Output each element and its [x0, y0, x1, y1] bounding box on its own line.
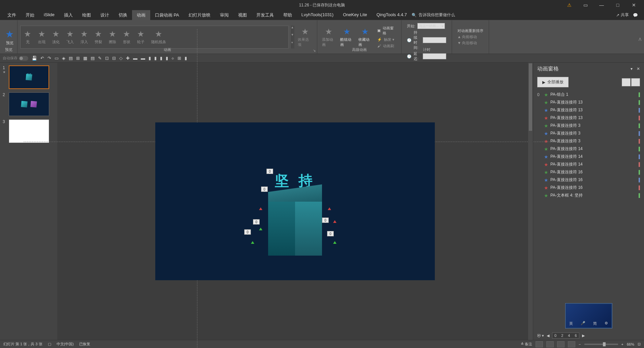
thumbnail-1[interactable]: 坚持 — [9, 65, 49, 89]
slide-count[interactable]: 幻灯片 第 1 张，共 3 张 — [3, 342, 42, 347]
undo-icon[interactable]: ↶ — [40, 56, 44, 61]
menu-tab[interactable]: 帮助 — [279, 10, 297, 20]
menu-tab[interactable]: 插入 — [59, 10, 77, 20]
menu-tab[interactable]: 切换 — [114, 10, 132, 20]
trigger-button[interactable]: ⚡触发 ▾ — [377, 37, 396, 42]
animation-list-item[interactable]: ★PA-直接连接符 14 — [536, 153, 641, 161]
zoom-slider[interactable] — [584, 344, 618, 345]
dialog-launcher-icon[interactable]: ↘ — [313, 49, 316, 52]
animation-list-item[interactable]: ★PA-直接连接符 13 — [536, 106, 641, 114]
fit-window-icon[interactable]: ⊡ — [638, 342, 641, 346]
animation-list-item[interactable]: ★PA-直接连接符 16 — [536, 184, 641, 192]
accessibility-icon[interactable]: ▢ — [48, 342, 51, 346]
animation-list-item[interactable]: ★PA-直接连接符 14 — [536, 145, 641, 153]
notes-button[interactable]: ≙ 备注 — [521, 342, 532, 347]
warning-icon[interactable]: ⚠ — [562, 0, 576, 10]
animation-marker[interactable]: 0 — [253, 219, 260, 225]
animation-marker[interactable]: 0 — [322, 218, 329, 223]
normal-view-button[interactable] — [536, 341, 543, 347]
thumbnail-3[interactable] — [9, 119, 49, 143]
animation-preset[interactable]: ★浮入 — [78, 29, 90, 45]
menu-tab[interactable]: 设计 — [96, 10, 114, 20]
animation-preset[interactable]: ★无 — [22, 29, 33, 45]
animation-list-item[interactable]: ★PA-直接连接符 13 — [536, 114, 641, 122]
qat-icon[interactable]: ▤ — [91, 56, 95, 61]
slideshow-view-button[interactable] — [568, 341, 575, 347]
qat-icon[interactable]: ⊡ — [105, 56, 109, 61]
animation-preset[interactable]: ★轮子 — [135, 29, 147, 45]
qat-icon[interactable]: ▮ — [160, 56, 162, 61]
menu-tab[interactable]: 绘图 — [77, 10, 96, 20]
timeline-prev-icon[interactable]: ◀ — [547, 334, 549, 338]
kuxuan-button[interactable]: ★ 酷炫动画 — [338, 26, 356, 48]
animation-gallery[interactable]: ★无★出现★淡化★飞入★浮入★劈裂★擦除★形状★轮子★随机线条 — [20, 26, 289, 49]
start-dropdown[interactable]: 与上一动画...▾ — [417, 23, 445, 29]
qat-icon[interactable]: ✚ — [126, 56, 130, 61]
animation-list-item[interactable]: ★PA-直接连接符 3 — [536, 122, 641, 129]
animation-preset[interactable]: ★淡化 — [50, 29, 62, 45]
maximize-button[interactable]: □ — [611, 0, 624, 10]
zoom-out-button[interactable]: − — [579, 342, 581, 346]
menu-tab[interactable]: 开始 — [21, 10, 39, 20]
animation-pane-button[interactable]: ▣动画窗格 — [377, 26, 396, 36]
animation-list-item[interactable]: ★PA-直接连接符 13 — [536, 98, 641, 106]
menu-tab[interactable]: 口袋动画 PA — [150, 10, 184, 20]
qat-icon[interactable]: ▦ — [83, 56, 87, 61]
menu-tab[interactable]: iSlide — [39, 10, 59, 20]
animation-list-item[interactable]: 0★PA-组合 1 — [536, 91, 641, 98]
animation-list-item[interactable]: ★PA-直接连接符 16 — [536, 168, 641, 176]
qat-icon[interactable]: ⟐ — [171, 56, 174, 61]
cube-shape[interactable] — [268, 188, 322, 256]
qat-icon[interactable]: ▭ — [55, 56, 59, 61]
thumbnail-2[interactable] — [9, 92, 49, 116]
animation-marker[interactable]: 0 — [261, 186, 268, 192]
qat-icon[interactable]: ◇ — [119, 56, 123, 61]
animation-preset[interactable]: ★擦除 — [107, 29, 118, 45]
add-animation-button[interactable]: ★ 添加动画 — [320, 26, 337, 48]
timeline-ruler[interactable]: 0 2 4 6 — [552, 332, 579, 339]
menu-tab[interactable]: 文件 — [3, 10, 21, 20]
animation-marker[interactable]: 0 — [244, 229, 251, 235]
qat-icon[interactable]: ▬ — [141, 56, 145, 61]
menu-tab[interactable]: LvyhTools(1031) — [297, 10, 338, 20]
collect-button[interactable]: ★ 收藏动画 — [356, 26, 374, 48]
qat-icon[interactable]: ⊞ — [178, 56, 181, 61]
ribbon-display-icon[interactable]: ▭ — [579, 0, 592, 10]
slide-canvas[interactable]: 坚 持 0 0 0 0 0 0 — [57, 63, 533, 340]
menu-tab[interactable]: 审阅 — [215, 10, 233, 20]
play-all-button[interactable]: ▶ 全部播放 — [537, 77, 569, 87]
close-button[interactable]: ✕ — [627, 0, 641, 10]
animation-list-item[interactable]: ★PA-直接连接符 14 — [536, 161, 641, 168]
qat-icon[interactable]: ▬ — [133, 56, 137, 61]
animation-list-item[interactable]: ★PA-直接连接符 16 — [536, 176, 641, 184]
zoom-level[interactable]: 66% — [627, 342, 634, 346]
timeline-next-icon[interactable]: ▶ — [582, 334, 585, 338]
slide[interactable]: 坚 持 0 0 0 0 0 0 — [155, 122, 435, 280]
collapse-ribbon-icon[interactable]: ᐱ — [639, 37, 641, 42]
animation-list-item[interactable]: ★PA-直接连接符 3 — [536, 137, 641, 145]
animation-preset[interactable]: ★形状 — [121, 29, 132, 45]
menu-tab[interactable]: 开发工具 — [252, 10, 279, 20]
ime-preview[interactable]: 英 🎤 简 ⚙ — [565, 303, 612, 328]
reading-view-button[interactable] — [557, 341, 565, 347]
animation-preset[interactable]: ★出现 — [36, 29, 47, 45]
preview-button[interactable]: ★ 预览 — [3, 27, 17, 47]
animation-list-item[interactable]: ★PA-文本框 4: 坚持 — [536, 192, 641, 199]
save-icon[interactable]: 💾 — [32, 56, 37, 61]
animation-list-item[interactable]: ★PA-直接连接符 3 — [536, 129, 641, 137]
share-button[interactable]: ↗ 共享 — [616, 12, 629, 18]
duration-input[interactable] — [423, 37, 446, 43]
qat-icon[interactable]: ⊟ — [112, 56, 116, 61]
menu-tab[interactable]: QingTools 4.4.7 — [372, 10, 412, 20]
vertical-scrollbar[interactable] — [528, 63, 533, 340]
move-down-button[interactable] — [631, 78, 640, 86]
animation-preset[interactable]: ★劈裂 — [93, 29, 104, 45]
pane-menu-icon[interactable]: ▾ — [631, 66, 633, 71]
sorter-view-button[interactable] — [546, 341, 554, 347]
pane-close-icon[interactable]: ✕ — [637, 66, 640, 71]
qat-icon[interactable]: ▮ — [185, 56, 187, 61]
animation-marker[interactable]: 0 — [266, 169, 273, 174]
qat-icon[interactable]: ▤ — [69, 56, 73, 61]
autosave-toggle[interactable]: 自动保存 — [3, 56, 28, 61]
gallery-up-icon[interactable]: ▲ — [290, 26, 295, 33]
